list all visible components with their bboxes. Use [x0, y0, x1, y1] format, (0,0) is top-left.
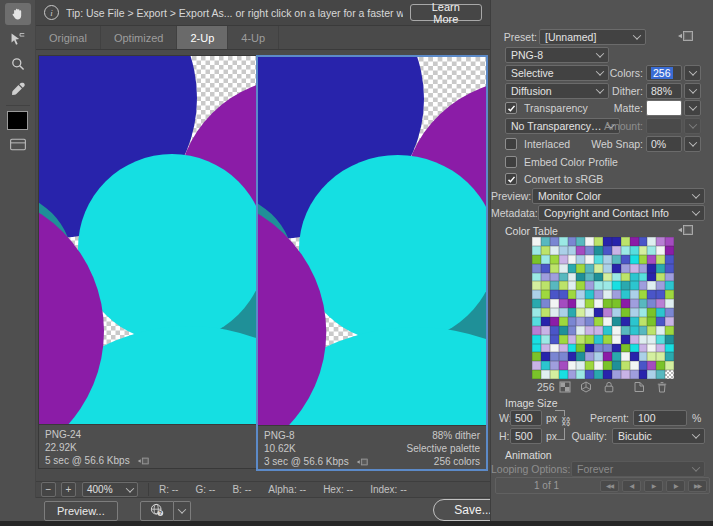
looping-options-select[interactable]: Forever [571, 461, 705, 477]
color-swatch[interactable] [576, 317, 585, 326]
color-swatch[interactable] [656, 264, 665, 273]
color-swatch[interactable] [585, 361, 594, 370]
color-swatch[interactable] [639, 237, 648, 246]
color-swatch[interactable] [665, 299, 674, 308]
color-swatch[interactable] [621, 326, 630, 335]
color-swatch[interactable] [647, 246, 656, 255]
color-swatch[interactable] [656, 370, 665, 379]
color-swatch[interactable] [568, 344, 577, 353]
color-swatch[interactable] [585, 344, 594, 353]
color-swatch[interactable] [665, 352, 674, 361]
color-swatch[interactable] [568, 273, 577, 282]
color-swatch[interactable] [621, 352, 630, 361]
color-swatch[interactable] [647, 290, 656, 299]
color-swatch[interactable] [585, 370, 594, 379]
color-swatch[interactable] [630, 352, 639, 361]
new-color-icon[interactable] [633, 381, 645, 395]
quality-select[interactable]: Bicubic [612, 428, 705, 444]
color-swatch[interactable] [576, 370, 585, 379]
embed-color-profile-checkbox[interactable] [505, 156, 517, 168]
web-shift-icon[interactable] [580, 381, 592, 395]
color-swatch[interactable] [621, 344, 630, 353]
color-swatch[interactable] [647, 299, 656, 308]
color-swatch[interactable] [630, 308, 639, 317]
color-swatch[interactable] [665, 264, 674, 273]
color-swatch[interactable] [585, 290, 594, 299]
tab-optimized[interactable]: Optimized [101, 26, 178, 49]
lock-color-icon[interactable] [603, 381, 615, 395]
color-swatch[interactable] [603, 273, 612, 282]
color-swatch[interactable] [541, 273, 550, 282]
pane-original-png24[interactable]: PNG-24 22.92K 5 sec @ 56.6 Kbps [38, 55, 257, 469]
color-swatch[interactable] [559, 299, 568, 308]
browser-select-dropdown[interactable] [174, 501, 191, 521]
delete-color-icon[interactable] [656, 381, 668, 395]
color-swatch[interactable] [585, 352, 594, 361]
color-swatch[interactable] [541, 361, 550, 370]
color-swatch[interactable] [532, 308, 541, 317]
color-swatch[interactable] [576, 255, 585, 264]
color-swatch[interactable] [612, 281, 621, 290]
color-swatch[interactable] [639, 290, 648, 299]
toggle-slices-button[interactable] [5, 133, 31, 155]
color-swatch[interactable] [621, 264, 630, 273]
color-swatch[interactable] [603, 370, 612, 379]
color-swatch[interactable] [559, 273, 568, 282]
color-swatch[interactable] [585, 246, 594, 255]
palette-reduction-select[interactable]: Selective [505, 65, 609, 81]
zoom-tool-button[interactable] [5, 53, 31, 75]
color-swatch[interactable] [639, 299, 648, 308]
color-swatch[interactable] [594, 370, 603, 379]
eyedropper-tool-button[interactable] [5, 78, 31, 100]
color-swatch[interactable] [665, 335, 674, 344]
color-swatch[interactable] [559, 326, 568, 335]
color-swatch[interactable] [612, 370, 621, 379]
color-swatch[interactable] [639, 281, 648, 290]
color-swatch[interactable] [594, 255, 603, 264]
zoom-level-select[interactable]: 400% [82, 482, 138, 497]
color-swatch[interactable] [568, 290, 577, 299]
color-swatch[interactable] [603, 308, 612, 317]
preset-select[interactable]: [Unnamed] [539, 29, 646, 45]
slice-select-tool-button[interactable] [5, 28, 31, 50]
color-swatch[interactable] [550, 361, 559, 370]
color-swatch[interactable] [647, 308, 656, 317]
color-swatch[interactable] [647, 281, 656, 290]
color-swatch[interactable] [647, 361, 656, 370]
color-swatch[interactable] [639, 344, 648, 353]
dither-method-select[interactable]: Diffusion [505, 83, 609, 99]
color-swatch[interactable] [585, 326, 594, 335]
color-swatch[interactable] [612, 317, 621, 326]
color-swatch[interactable] [559, 308, 568, 317]
color-swatch[interactable] [541, 281, 550, 290]
color-swatch[interactable] [594, 281, 603, 290]
color-swatch[interactable] [630, 281, 639, 290]
pane-image-png24[interactable] [39, 56, 256, 424]
color-swatch[interactable] [585, 281, 594, 290]
color-swatch[interactable] [559, 237, 568, 246]
color-swatch[interactable] [621, 273, 630, 282]
web-snap-input[interactable]: 0% [646, 136, 682, 152]
color-swatch[interactable] [621, 281, 630, 290]
color-swatch[interactable] [603, 290, 612, 299]
color-swatch[interactable] [639, 317, 648, 326]
color-swatch[interactable] [639, 255, 648, 264]
color-swatch[interactable] [568, 370, 577, 379]
color-swatch[interactable] [541, 237, 550, 246]
color-swatch[interactable] [532, 317, 541, 326]
color-swatch[interactable] [647, 237, 656, 246]
color-swatch[interactable] [532, 246, 541, 255]
color-swatch[interactable] [647, 335, 656, 344]
color-swatch[interactable] [612, 308, 621, 317]
color-swatch[interactable] [559, 255, 568, 264]
color-swatch[interactable] [568, 361, 577, 370]
learn-more-button[interactable]: Learn More [410, 4, 482, 21]
color-swatch[interactable] [603, 264, 612, 273]
color-swatch[interactable] [612, 344, 621, 353]
tab-2-up[interactable]: 2-Up [177, 26, 228, 49]
color-swatch[interactable] [656, 352, 665, 361]
color-swatch[interactable] [576, 264, 585, 273]
color-swatch[interactable] [612, 335, 621, 344]
color-swatch[interactable] [541, 264, 550, 273]
color-swatch[interactable] [532, 255, 541, 264]
